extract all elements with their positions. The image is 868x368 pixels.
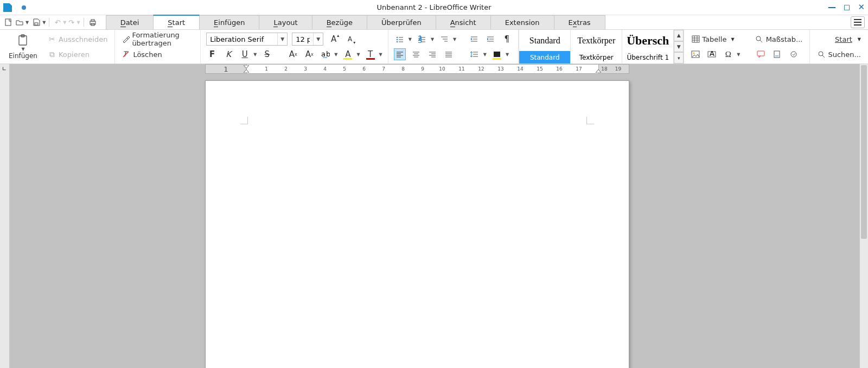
subscript-button[interactable]: Ax	[287, 48, 299, 60]
chevron-down-icon[interactable]: ▼	[674, 41, 684, 53]
open-button[interactable]	[14, 17, 25, 28]
clear-formatting-button[interactable]: TLöschen	[120, 49, 163, 60]
insert-textbox-button[interactable]: A	[706, 48, 718, 60]
tab-extension[interactable]: Extension	[490, 15, 554, 29]
svg-rect-0	[5, 19, 11, 26]
vertical-ruler[interactable]: ∟	[0, 64, 10, 368]
paragraph-marks-button[interactable]: ¶	[501, 33, 513, 45]
hamburger-menu-button[interactable]	[851, 16, 865, 28]
line-spacing-button[interactable]	[469, 48, 481, 60]
new-document-button[interactable]	[3, 17, 14, 28]
save-dropdown-icon[interactable]: ▼	[42, 20, 46, 25]
redo-button[interactable]: ↷	[66, 17, 76, 28]
tab-datei[interactable]: Datei	[106, 15, 154, 29]
dropdown-icon[interactable]: ▼	[334, 52, 337, 57]
font-size-combo[interactable]: ▼	[292, 33, 323, 46]
style-ueberschrift1[interactable]: Übersch Überschrift 1	[622, 30, 674, 64]
tab-start[interactable]: Start	[153, 15, 200, 29]
style-textkoerper[interactable]: Textkörper Textkörper	[571, 30, 622, 64]
right-indent-marker-icon[interactable]	[596, 65, 601, 73]
dropdown-icon[interactable]: ▼	[453, 37, 456, 42]
bullet-list-button[interactable]	[394, 33, 406, 45]
style-gallery-more-icon[interactable]: ▾	[674, 52, 684, 64]
insert-bookmark-button[interactable]	[788, 48, 800, 60]
char-spacing-button[interactable]: ab	[320, 48, 331, 60]
scrollbar-thumb[interactable]	[861, 65, 867, 239]
svg-point-68	[819, 52, 823, 56]
dropdown-icon[interactable]: ▼	[483, 52, 487, 57]
save-button[interactable]	[31, 17, 42, 28]
copy-button[interactable]: ⧉Kopieren	[46, 49, 91, 60]
first-line-indent-marker-icon[interactable]	[244, 65, 249, 73]
minimize-button[interactable]: —	[828, 3, 836, 11]
document-viewport[interactable]: 1 1234567891011121314151617 1819	[10, 64, 859, 368]
print-button[interactable]	[87, 17, 98, 28]
font-name-combo[interactable]: ▼	[206, 33, 288, 46]
align-center-button[interactable]	[410, 48, 422, 60]
chevron-down-icon[interactable]: ▼	[313, 33, 323, 45]
search-button[interactable]: Suchen...	[815, 49, 863, 60]
insert-image-button[interactable]	[690, 48, 701, 60]
dropdown-icon[interactable]: ▼	[379, 52, 382, 57]
clone-formatting-button[interactable]: Formatierung übertragen	[120, 30, 195, 48]
eraser-icon: T	[122, 50, 131, 59]
align-justify-button[interactable]	[443, 48, 455, 60]
insert-comment-button[interactable]	[755, 48, 767, 60]
open-dropdown-icon[interactable]: ▼	[25, 20, 29, 25]
svg-point-67	[791, 52, 796, 57]
paragraph-background-button[interactable]	[491, 48, 503, 60]
number-list-button[interactable]: 123	[416, 33, 428, 45]
start-menu-button[interactable]: Start▼	[833, 34, 863, 45]
close-button[interactable]: ✕	[858, 3, 865, 11]
dropdown-icon[interactable]: ▼	[409, 37, 412, 42]
tab-ueberpruefen[interactable]: Überprüfen	[367, 15, 436, 29]
align-left-button[interactable]	[394, 48, 406, 60]
tab-bezuege[interactable]: Bezüge	[312, 15, 367, 29]
insert-symbol-button[interactable]: Ω	[722, 48, 734, 60]
font-size-input[interactable]	[292, 33, 313, 45]
ruler-tick: 6	[362, 66, 366, 72]
bold-button[interactable]: F	[206, 48, 218, 60]
document-page[interactable]	[205, 80, 629, 368]
indent-decrease-button[interactable]	[468, 33, 480, 45]
vertical-scrollbar[interactable]	[859, 64, 868, 368]
dropdown-icon[interactable]: ▼	[737, 52, 740, 57]
grow-font-button[interactable]: A▴	[328, 33, 340, 45]
tab-layout[interactable]: Layout	[259, 15, 312, 29]
font-name-input[interactable]	[207, 33, 277, 45]
chevron-down-icon[interactable]: ▼	[277, 33, 287, 45]
dropdown-icon[interactable]: ▼	[506, 52, 509, 57]
maximize-button[interactable]: ◻	[844, 3, 850, 11]
scale-button[interactable]: Maßstab...	[754, 34, 805, 45]
font-color-button[interactable]: T	[365, 48, 376, 60]
dropdown-icon[interactable]: ▼	[356, 52, 360, 57]
undo-button[interactable]: ↶	[53, 17, 62, 28]
italic-button[interactable]: K	[222, 48, 234, 60]
style-standard[interactable]: Standard Standard	[519, 30, 571, 64]
svg-text:a: a	[321, 50, 326, 58]
insert-footnote-button[interactable]	[771, 48, 783, 60]
tab-ansicht[interactable]: Ansicht	[436, 15, 491, 29]
tab-einfuegen[interactable]: Einfügen	[199, 15, 259, 29]
tab-extras[interactable]: Extras	[554, 15, 605, 29]
cut-button[interactable]: ✂Ausschneiden	[46, 34, 109, 45]
svg-rect-53	[692, 36, 699, 42]
underline-button[interactable]: U	[239, 48, 251, 60]
horizontal-ruler[interactable]: 1 1234567891011121314151617 1819	[205, 64, 629, 74]
strikethrough-button[interactable]: S	[261, 48, 273, 60]
dropdown-icon[interactable]: ▼	[431, 37, 434, 42]
paste-button[interactable]: ▼ Einfügen	[5, 34, 41, 60]
table-button[interactable]: Tabelle▼	[690, 34, 736, 45]
chevron-up-icon[interactable]: ▲	[674, 30, 684, 41]
highlight-color-button[interactable]: A	[342, 48, 354, 60]
redo-dropdown-icon[interactable]: ▼	[76, 20, 80, 25]
underline-dropdown-icon[interactable]: ▼	[253, 52, 257, 57]
style-gallery-scroll[interactable]: ▲ ▼ ▾	[674, 30, 684, 64]
shrink-font-button[interactable]: A▾	[344, 33, 356, 45]
outline-list-button[interactable]	[438, 33, 450, 45]
ruler-tick: 7	[382, 66, 385, 72]
superscript-button[interactable]: Ax	[303, 48, 315, 60]
indent-increase-button[interactable]	[484, 33, 496, 45]
align-right-button[interactable]	[426, 48, 438, 60]
svg-rect-64	[757, 51, 764, 56]
